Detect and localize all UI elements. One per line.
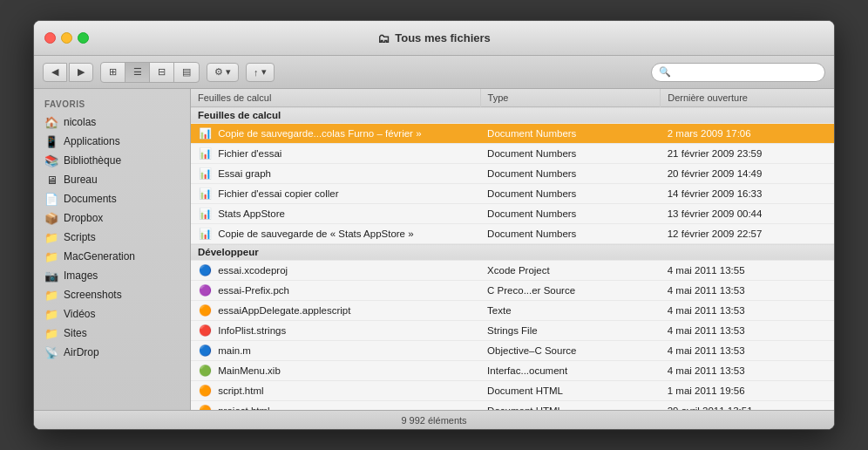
main-content: FAVORIS 🏠 nicolas 📱 Applications 📚 Bibli… — [34, 89, 834, 410]
sidebar-item-label: Sites — [64, 327, 87, 339]
table-row[interactable]: 📊 Copie de sauvegarde de « Stats AppStor… — [191, 224, 834, 244]
table-row[interactable]: 🟣 essai-Prefix.pch C Preco...er Source 4… — [191, 281, 834, 301]
back-button[interactable]: ◀ — [43, 63, 67, 82]
minimize-button[interactable] — [61, 32, 72, 44]
view-icon-button[interactable]: ⊞ — [101, 63, 125, 82]
action-button[interactable]: ⚙ ▾ — [207, 63, 239, 82]
file-name: Copie de sauvegarde de « Stats AppStore … — [218, 228, 413, 239]
table-row[interactable]: 📊 Essai graph Document Numbers 20 févrie… — [191, 164, 834, 184]
table-row[interactable]: 🟠 essaiAppDelegate.applescript Texte 4 m… — [191, 301, 834, 321]
column-type[interactable]: Type — [480, 89, 661, 107]
window-title: 🗂 Tous mes fichiers — [377, 31, 491, 45]
sidebar-item-sites[interactable]: 📁 Sites — [34, 324, 190, 343]
file-icon: 🟠 — [198, 404, 212, 410]
file-type-cell: Xcode Project — [480, 261, 661, 281]
table-row[interactable]: 🟠 script.html Document HTML 1 mai 2011 1… — [191, 381, 834, 401]
group-label: Développeur — [191, 244, 834, 261]
sidebar-item-dropbox[interactable]: 📦 Dropbox — [34, 208, 190, 228]
toolbar: ◀ ▶ ⊞ ☰ ⊟ ▤ ⚙ ▾ ↑ ▾ 🔍 — [34, 56, 834, 89]
sidebar-item-applications[interactable]: 📱 Applications — [34, 132, 190, 151]
table-row[interactable]: 🟢 MainMenu.xib Interfac...ocument 4 mai … — [191, 361, 834, 381]
file-name-cell: 📊 Stats AppStore — [191, 204, 480, 224]
sidebar-item-videos[interactable]: 📁 Vidéos — [34, 304, 190, 324]
search-box[interactable]: 🔍 — [651, 63, 825, 82]
videos-icon: 📁 — [44, 307, 58, 321]
file-name-cell: 🔵 essai.xcodeproj — [191, 261, 480, 281]
home-icon: 🏠 — [44, 115, 58, 129]
titlebar: 🗂 Tous mes fichiers — [34, 21, 834, 56]
table-row[interactable]: 📊 Stats AppStore Document Numbers 13 fév… — [191, 204, 834, 224]
file-type-cell: Document Numbers — [480, 124, 661, 144]
close-button[interactable] — [44, 32, 56, 44]
file-date-cell: 1 mai 2011 19:56 — [661, 381, 834, 401]
table-row[interactable]: 📊 Fichier d'essai Document Numbers 21 fé… — [191, 144, 834, 164]
statusbar: 9 992 éléments — [34, 410, 834, 429]
sidebar-item-screenshots[interactable]: 📁 Screenshots — [34, 285, 190, 304]
file-icon: 🔵 — [198, 344, 212, 358]
view-columns-button[interactable]: ⊟ — [150, 63, 174, 82]
file-icon: 🟢 — [198, 364, 212, 378]
forward-button[interactable]: ▶ — [69, 63, 93, 82]
sidebar-item-documents[interactable]: 📄 Documents — [34, 189, 190, 208]
file-date-cell: 29 avril 2011 13:51 — [661, 401, 834, 411]
group-label: Feuilles de calcul — [191, 107, 834, 124]
share-icon: ↑ — [254, 67, 259, 78]
table-row[interactable]: 🟠 project.html Document HTML 29 avril 20… — [191, 401, 834, 411]
file-name: MainMenu.xib — [218, 365, 281, 376]
file-name: Copie de sauvegarde...colas Furno – févr… — [218, 128, 421, 139]
file-name: Essai graph — [218, 168, 271, 179]
sidebar-item-macgeneration[interactable]: 📁 MacGeneration — [34, 247, 190, 266]
file-name: InfoPlist.strings — [218, 325, 286, 336]
title-text: Tous mes fichiers — [395, 31, 491, 44]
documents-icon: 📄 — [44, 192, 58, 206]
sidebar-item-scripts[interactable]: 📁 Scripts — [34, 228, 190, 247]
file-type-cell: Document Numbers — [480, 144, 661, 164]
view-list-button[interactable]: ☰ — [125, 63, 150, 82]
title-icon: 🗂 — [377, 31, 390, 45]
share-button[interactable]: ↑ ▾ — [246, 63, 275, 82]
sidebar-item-bibliotheque[interactable]: 📚 Bibliothèque — [34, 151, 190, 170]
file-name-cell: 🟠 essaiAppDelegate.applescript — [191, 301, 480, 321]
sidebar-item-bureau[interactable]: 🖥 Bureau — [34, 170, 190, 189]
file-icon: 🔵 — [198, 263, 212, 277]
file-date-cell: 12 février 2009 22:57 — [661, 224, 834, 244]
dropbox-icon: 📦 — [44, 211, 58, 225]
file-date-cell: 2 mars 2009 17:06 — [661, 124, 834, 144]
file-date-cell: 4 mai 2011 13:53 — [661, 321, 834, 341]
column-date[interactable]: Dernière ouverture — [661, 89, 834, 107]
file-name: essaiAppDelegate.applescript — [218, 305, 350, 316]
file-name-cell: 📊 Copie de sauvegarde...colas Furno – fé… — [191, 124, 480, 144]
file-icon: 📊 — [198, 167, 212, 181]
file-name-cell: 📊 Fichier d'essai copier coller — [191, 184, 480, 204]
share-arrow: ▾ — [261, 66, 267, 78]
file-icon: 🟣 — [198, 283, 212, 297]
sidebar-item-airdrop[interactable]: 📡 AirDrop — [34, 343, 190, 362]
table-row[interactable]: 📊 Copie de sauvegarde...colas Furno – fé… — [191, 124, 834, 144]
search-input[interactable] — [675, 67, 817, 78]
view-coverflow-button[interactable]: ▤ — [174, 63, 199, 82]
sidebar-item-label: Scripts — [64, 231, 96, 243]
sidebar-item-label: MacGeneration — [64, 250, 135, 262]
file-name-cell: 🟠 script.html — [191, 381, 480, 401]
sites-icon: 📁 — [44, 326, 58, 340]
macgeneration-icon: 📁 — [44, 249, 58, 263]
file-type-cell: Document Numbers — [480, 224, 661, 244]
table-row[interactable]: 🔴 InfoPlist.strings Strings File 4 mai 2… — [191, 321, 834, 341]
file-name-cell: 📊 Copie de sauvegarde de « Stats AppStor… — [191, 224, 480, 244]
maximize-button[interactable] — [78, 32, 89, 44]
file-icon: 📊 — [198, 147, 212, 160]
sidebar-item-label: Screenshots — [64, 289, 122, 301]
file-name: Fichier d'essai — [218, 148, 281, 159]
table-row[interactable]: 🔵 essai.xcodeproj Xcode Project 4 mai 20… — [191, 261, 834, 281]
table-row[interactable]: 🔵 main.m Objective–C Source 4 mai 2011 1… — [191, 341, 834, 361]
table-row[interactable]: 📊 Fichier d'essai copier coller Document… — [191, 184, 834, 204]
status-text: 9 992 éléments — [401, 415, 466, 426]
group-header-feuilles: Feuilles de calcul — [191, 107, 834, 124]
column-name[interactable]: Feuilles de calcul — [191, 89, 480, 107]
sidebar: FAVORIS 🏠 nicolas 📱 Applications 📚 Bibli… — [34, 89, 191, 410]
sidebar-item-label: nicolas — [64, 116, 96, 128]
sidebar-item-images[interactable]: 📷 Images — [34, 266, 190, 285]
file-table: Feuilles de calcul Type Dernière ouvertu… — [191, 89, 834, 410]
file-name-cell: 🔵 main.m — [191, 341, 480, 361]
sidebar-item-nicolas[interactable]: 🏠 nicolas — [34, 112, 190, 132]
